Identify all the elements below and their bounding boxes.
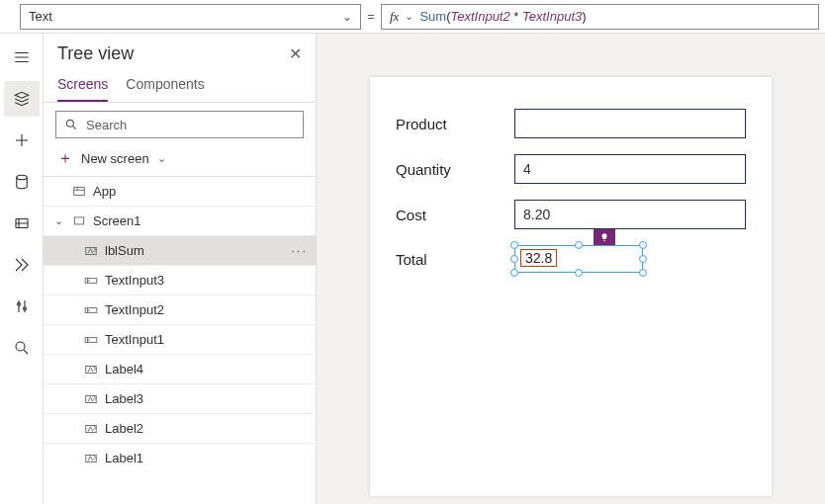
tree-item-lblsum[interactable]: lblSum ··· — [44, 235, 316, 265]
selected-control-lblsum[interactable]: 32.8 — [514, 245, 643, 273]
quantity-input[interactable]: 4 — [514, 154, 746, 184]
resize-handle[interactable] — [575, 241, 583, 249]
resize-handle[interactable] — [639, 269, 647, 277]
svg-rect-7 — [74, 216, 83, 223]
svg-point-5 — [66, 120, 73, 126]
tree-item-label3[interactable]: Label3 — [44, 383, 316, 413]
canvas[interactable]: Product Quantity 4 Cost 8.20 Total — [317, 34, 825, 504]
label-icon — [83, 391, 99, 407]
fx-icon: fx — [390, 9, 399, 25]
svg-point-0 — [16, 175, 27, 180]
resize-handle[interactable] — [510, 255, 518, 263]
label-icon — [83, 451, 99, 466]
panel-title: Tree view — [57, 43, 134, 64]
resize-handle[interactable] — [575, 269, 583, 277]
property-selector[interactable]: Text ⌄ — [20, 4, 361, 30]
chevron-down-icon: ⌄ — [157, 152, 166, 165]
app-icon — [71, 184, 87, 200]
left-rail — [0, 34, 44, 504]
search-icon — [64, 118, 78, 131]
product-input[interactable] — [514, 109, 746, 138]
hamburger-icon[interactable] — [4, 40, 40, 75]
cost-input[interactable]: 8.20 — [514, 200, 746, 229]
media-icon[interactable] — [4, 206, 40, 241]
product-label: Product — [396, 116, 514, 132]
tree-item-app[interactable]: App — [44, 176, 316, 206]
plus-icon[interactable] — [4, 123, 40, 158]
svg-point-4 — [16, 342, 25, 351]
new-screen-button[interactable]: ＋ New screen ⌄ — [44, 146, 316, 176]
formula-bar[interactable]: fx ⌄ Sum(TextInput2 * TextInput3) — [381, 4, 819, 30]
chevron-down-icon[interactable]: ⌄ — [51, 214, 65, 227]
lightbulb-icon[interactable] — [594, 229, 615, 245]
total-label: Total — [396, 251, 514, 268]
resize-handle[interactable] — [510, 241, 518, 249]
textinput-icon — [83, 332, 99, 348]
chevron-down-icon: ⌄ — [342, 10, 352, 24]
tree-view-icon[interactable] — [4, 81, 40, 117]
screen-icon — [71, 213, 87, 229]
tree-item-label4[interactable]: Label4 — [44, 354, 316, 383]
search-icon[interactable] — [4, 330, 40, 366]
formula-text: Sum(TextInput2 * TextInput3) — [419, 9, 586, 24]
tree-item-textinput1[interactable]: TextInput1 — [44, 324, 316, 354]
screen-preview: Product Quantity 4 Cost 8.20 Total — [370, 77, 772, 496]
chevron-down-icon: ⌄ — [405, 10, 413, 23]
label-icon — [83, 421, 99, 437]
tree-list: App ⌄ Screen1 lblSum ··· TextInput3 Text… — [44, 176, 316, 504]
close-icon[interactable]: ✕ — [289, 44, 302, 63]
svg-rect-9 — [85, 278, 97, 283]
label-icon — [83, 362, 99, 378]
plus-icon: ＋ — [57, 150, 73, 166]
tab-components[interactable]: Components — [126, 70, 204, 102]
tree-item-label2[interactable]: Label2 — [44, 413, 316, 443]
power-automate-icon[interactable] — [4, 247, 40, 283]
tab-screens[interactable]: Screens — [57, 70, 108, 102]
settings-icon[interactable] — [4, 289, 40, 324]
resize-handle[interactable] — [639, 241, 647, 249]
tree-item-label1[interactable]: Label1 — [44, 443, 316, 472]
textinput-icon — [83, 273, 99, 289]
resize-handle[interactable] — [639, 255, 647, 263]
property-name: Text — [29, 9, 52, 24]
tree-item-textinput2[interactable]: TextInput2 — [44, 294, 316, 324]
cost-label: Cost — [396, 207, 514, 223]
resize-handle[interactable] — [510, 269, 518, 277]
svg-rect-6 — [74, 187, 85, 195]
more-icon[interactable]: ··· — [291, 243, 308, 258]
tree-item-textinput3[interactable]: TextInput3 — [44, 265, 316, 294]
quantity-label: Quantity — [396, 161, 514, 178]
tree-item-screen1[interactable]: ⌄ Screen1 — [44, 206, 316, 235]
data-icon[interactable] — [4, 164, 40, 200]
label-icon — [83, 243, 99, 259]
textinput-icon — [83, 302, 99, 318]
equals-label: = — [361, 9, 381, 24]
tree-view-panel: Tree view ✕ Screens Components Search ＋ … — [44, 34, 317, 504]
total-value: 32.8 — [520, 249, 557, 267]
search-input[interactable]: Search — [55, 111, 304, 138]
svg-rect-10 — [85, 307, 97, 312]
svg-rect-11 — [85, 337, 97, 342]
search-placeholder: Search — [86, 118, 127, 132]
